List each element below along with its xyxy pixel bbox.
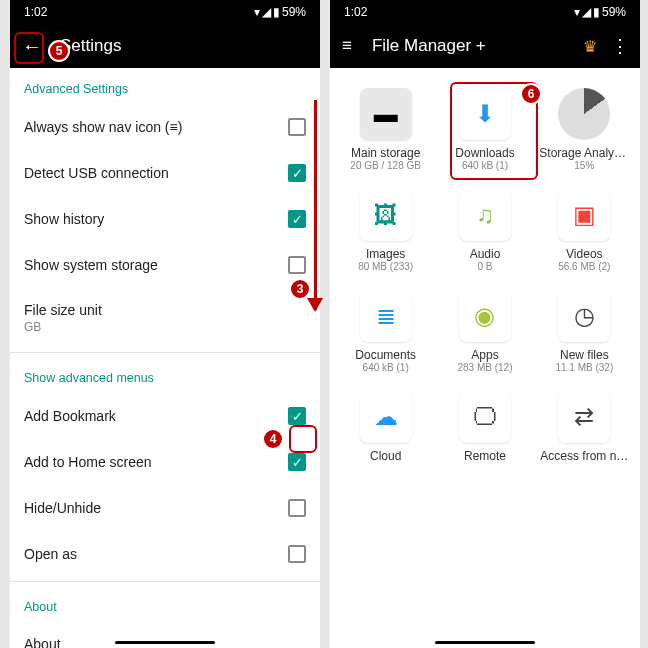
status-time: 1:02 [344, 5, 367, 19]
checkbox[interactable] [288, 545, 306, 563]
tile-apps[interactable]: ◉ Apps 283 MB (12) [437, 290, 532, 373]
tile-storage-analysis[interactable]: Storage Analys… 15% [537, 88, 632, 171]
tile-access-network[interactable]: ⇄ Access from n… [537, 391, 632, 463]
tile-audio[interactable]: ♫ Audio 0 B [437, 189, 532, 272]
annot-badge-5: 5 [48, 40, 70, 62]
checkbox[interactable] [288, 499, 306, 517]
wifi-icon: ▾ [254, 5, 260, 19]
hamburger-icon[interactable]: ≡ [342, 36, 352, 56]
row-usb[interactable]: Detect USB connection ✓ [10, 150, 320, 196]
battery-pct: 59% [282, 5, 306, 19]
video-icon: ▣ [558, 189, 610, 241]
back-icon[interactable]: ← [22, 35, 42, 58]
status-bar: 1:02 ▾ ◢ ▮ 59% [10, 0, 320, 24]
monitor-icon: 🖵 [459, 391, 511, 443]
cloud-icon: ☁ [360, 391, 412, 443]
nav-indicator [435, 641, 535, 644]
row-file-size[interactable]: File size unit GB [10, 288, 320, 348]
status-bar: 1:02 ▾ ◢ ▮ 59% [330, 0, 640, 24]
wifi-icon: ▾ [574, 5, 580, 19]
page-title: Settings [60, 36, 308, 56]
checkbox[interactable]: ✓ [288, 453, 306, 471]
android-icon: ◉ [459, 290, 511, 342]
settings-list: Advanced Settings Always show nav icon (… [10, 68, 320, 648]
document-icon: ≣ [360, 290, 412, 342]
section-advanced: Advanced Settings [10, 68, 320, 104]
checkbox[interactable]: ✓ [288, 407, 306, 425]
download-icon: ⬇ [459, 88, 511, 140]
annot-badge-4: 4 [262, 428, 284, 450]
crown-icon[interactable]: ♛ [583, 37, 597, 56]
tile-documents[interactable]: ≣ Documents 640 kB (1) [338, 290, 433, 373]
page-title: File Manager + [372, 36, 583, 56]
nav-indicator [115, 641, 215, 644]
tile-remote[interactable]: 🖵 Remote [437, 391, 532, 463]
clock-icon: ◷ [558, 290, 610, 342]
music-icon: ♫ [459, 189, 511, 241]
annot-arrow [314, 100, 317, 310]
checkbox[interactable] [288, 118, 306, 136]
battery-icon: ▮ [593, 5, 600, 19]
image-icon: 🖼 [360, 189, 412, 241]
tile-grid: ▬ Main storage 20 GB / 128 GB ⬇ Download… [330, 68, 640, 483]
row-nav-icon[interactable]: Always show nav icon (≡) [10, 104, 320, 150]
tile-cloud[interactable]: ☁ Cloud [338, 391, 433, 463]
tile-downloads[interactable]: ⬇ Downloads 640 kB (1) [437, 88, 532, 171]
signal-icon: ◢ [582, 5, 591, 19]
row-hide[interactable]: Hide/Unhide [10, 485, 320, 531]
checkbox[interactable] [288, 256, 306, 274]
status-icons: ▾ ◢ ▮ 59% [254, 5, 306, 19]
annot-badge-6: 6 [520, 83, 542, 105]
pie-icon [558, 88, 610, 140]
row-history[interactable]: Show history ✓ [10, 196, 320, 242]
more-icon[interactable]: ⋮ [611, 35, 628, 57]
row-open-as[interactable]: Open as [10, 531, 320, 577]
battery-icon: ▮ [273, 5, 280, 19]
network-icon: ⇄ [558, 391, 610, 443]
section-about: About [10, 586, 320, 622]
drive-icon: ▬ [360, 88, 412, 140]
divider [10, 352, 320, 353]
tile-images[interactable]: 🖼 Images 80 MB (233) [338, 189, 433, 272]
divider [10, 581, 320, 582]
checkbox[interactable]: ✓ [288, 164, 306, 182]
tile-main-storage[interactable]: ▬ Main storage 20 GB / 128 GB [338, 88, 433, 171]
row-about[interactable]: About Version 2.7.6 [10, 622, 320, 648]
annot-badge-3: 3 [289, 278, 311, 300]
phone-settings: 1:02 ▾ ◢ ▮ 59% ← Settings Advanced Setti… [10, 0, 320, 648]
battery-pct: 59% [602, 5, 626, 19]
tile-videos[interactable]: ▣ Videos 56.6 MB (2) [537, 189, 632, 272]
app-bar: ≡ File Manager + ♛ ⋮ [330, 24, 640, 68]
tile-new-files[interactable]: ◷ New files 11.1 MB (32) [537, 290, 632, 373]
status-time: 1:02 [24, 5, 47, 19]
row-system-storage[interactable]: Show system storage [10, 242, 320, 288]
status-icons: ▾ ◢ ▮ 59% [574, 5, 626, 19]
section-menus: Show advanced menus [10, 357, 320, 393]
phone-filemanager: 1:02 ▾ ◢ ▮ 59% ≡ File Manager + ♛ ⋮ ▬ Ma… [330, 0, 640, 648]
checkbox[interactable]: ✓ [288, 210, 306, 228]
signal-icon: ◢ [262, 5, 271, 19]
